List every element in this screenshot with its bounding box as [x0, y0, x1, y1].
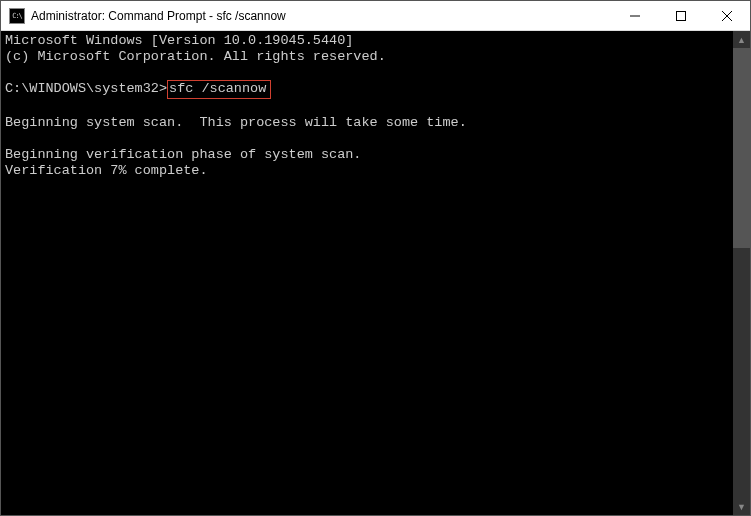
scroll-down-icon[interactable]: ▼ — [733, 498, 750, 515]
output-line: (c) Microsoft Corporation. All rights re… — [5, 49, 386, 64]
command-input: sfc /scannow — [167, 80, 271, 99]
prompt: C:\WINDOWS\system32> — [5, 81, 167, 96]
close-button[interactable] — [704, 1, 750, 30]
cmd-icon: C:\ — [9, 8, 25, 24]
vertical-scrollbar[interactable]: ▲ ▼ — [733, 31, 750, 515]
scroll-up-icon[interactable]: ▲ — [733, 31, 750, 48]
scroll-thumb[interactable] — [733, 48, 750, 248]
output-line: Verification 7% complete. — [5, 163, 208, 178]
svg-rect-1 — [677, 11, 686, 20]
maximize-button[interactable] — [658, 1, 704, 30]
terminal-output[interactable]: Microsoft Windows [Version 10.0.19045.54… — [1, 31, 733, 515]
terminal-area: Microsoft Windows [Version 10.0.19045.54… — [1, 31, 750, 515]
window-title: Administrator: Command Prompt - sfc /sca… — [31, 9, 612, 23]
output-line: Beginning verification phase of system s… — [5, 147, 361, 162]
output-line: Microsoft Windows [Version 10.0.19045.54… — [5, 33, 353, 48]
window-controls — [612, 1, 750, 30]
command-prompt-window: C:\ Administrator: Command Prompt - sfc … — [0, 0, 751, 516]
minimize-button[interactable] — [612, 1, 658, 30]
titlebar[interactable]: C:\ Administrator: Command Prompt - sfc … — [1, 1, 750, 31]
output-line: Beginning system scan. This process will… — [5, 115, 467, 130]
